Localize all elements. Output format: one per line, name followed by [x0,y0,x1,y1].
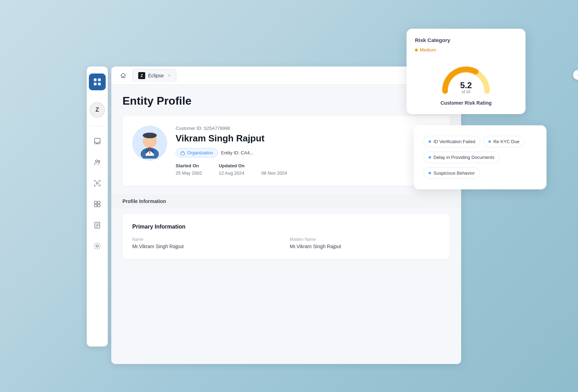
sidebar-expand-button[interactable]: › [573,70,578,80]
svg-point-6 [98,161,100,162]
name-label: Name [132,237,283,242]
section-header-label: Profile Information [122,198,166,204]
svg-rect-8 [94,201,97,204]
flag-suspicious: Suspicious Behavior [423,167,480,179]
inbox-icon[interactable] [91,135,104,147]
app-logo[interactable] [89,74,106,90]
avatar[interactable]: Z [90,102,105,118]
risk-card-title: Risk Category [415,37,517,43]
risk-rating-label: Customer Risk Rating [415,100,517,106]
svg-rect-11 [98,204,100,207]
flag-suspicious-label: Suspicious Behavior [434,170,475,176]
svg-text:5.2: 5.2 [460,80,472,90]
grid-icon[interactable] [91,198,104,210]
svg-rect-10 [94,204,97,207]
entity-id: Entity ID: CA4... [221,150,254,155]
started-on-group: Started On 25 May 2002 [176,163,202,176]
third-date-label [261,163,287,168]
scan-icon[interactable] [91,177,104,189]
gauge-chart: 5.2 of 10 [438,59,494,94]
tab-eclipse[interactable]: Z Eclipse × [132,69,176,82]
svg-point-5 [96,160,98,162]
flag-delay-docs: Delay in Providing Documents [423,152,500,163]
profile-info-section: Profile Information [111,194,461,208]
svg-text:of 10: of 10 [462,90,470,94]
sidebar: Z [87,66,108,346]
svg-point-13 [96,245,98,247]
tab-close-button[interactable]: × [168,73,170,78]
customer-id-text: Customer ID: S25A778998 [176,126,440,131]
svg-point-7 [96,182,98,184]
flag-id-verification: ID Verification Failed [423,136,480,147]
third-date-value: 08 Nov 2024 [261,170,287,176]
gauge-container: 5.2 of 10 [415,59,517,94]
flags-list: ID Verification Failed Re KYC Due Delay … [422,134,538,181]
risk-medium-dot [415,49,418,51]
report-icon[interactable] [91,219,104,231]
maiden-name-value: Mr.Vikram Singh Rajput [290,244,341,249]
svg-rect-2 [94,83,97,85]
svg-rect-1 [98,78,101,81]
settings-icon[interactable] [91,240,104,252]
tab-logo: Z [138,72,145,79]
name-field: Name Mr.Vikram Singh Rajput [132,237,283,250]
started-on-value: 25 May 2002 [176,170,202,176]
flag-id-verification-label: ID Verification Failed [434,139,475,144]
info-grid: Name Mr.Vikram Singh Rajput Maiden Name … [132,237,440,250]
svg-rect-9 [98,201,100,204]
avatar [132,126,167,161]
risk-medium-label: Medium [420,47,436,52]
flag-re-kyc: Re KYC Due [483,136,524,147]
maiden-name-field: Maiden Name Mr.Vikram Singh Rajput [290,237,440,250]
updated-on-group: Updated On 12 Aug 2024 [219,163,245,176]
entity-name: Vikram Singh Rajput [176,133,440,144]
entity-card: Customer ID: S25A778998 Vikram Singh Raj… [122,116,450,186]
primary-info-title: Primary Information [132,224,440,230]
updated-on-value: 12 Aug 2024 [219,170,244,176]
updated-on-label: Updated On [219,163,245,168]
svg-rect-3 [98,83,101,85]
org-badge: Organization [176,148,218,158]
primary-info-card: Primary Information Name Mr.Vikram Singh… [122,214,450,259]
sidebar-divider [90,126,104,126]
flag-re-kyc-label: Re KYC Due [493,139,519,144]
svg-point-16 [143,133,157,138]
third-date-group: 08 Nov 2024 [261,163,287,176]
maiden-name-label: Maiden Name [290,237,440,242]
org-badge-label: Organization [187,150,213,155]
users-icon[interactable] [91,156,104,168]
svg-rect-0 [94,78,97,81]
flags-card: ID Verification Failed Re KYC Due Delay … [414,125,547,189]
name-value: Mr.Vikram Singh Rajput [132,244,184,249]
entity-badges: Organization Entity ID: CA4... [176,148,440,158]
started-on-label: Started On [176,163,202,168]
page-title: Entity Profile [122,94,450,107]
tab-label: Eclipse [148,73,164,78]
svg-rect-17 [181,152,184,155]
risk-medium-badge: Medium [415,47,517,52]
risk-category-card: Risk Category Medium 5.2 of 10 Customer … [407,29,526,114]
tab-home[interactable] [117,69,129,82]
entity-info: Customer ID: S25A778998 Vikram Singh Raj… [176,126,440,176]
entity-dates: Started On 25 May 2002 Updated On 12 Aug… [176,163,440,176]
flag-delay-docs-label: Delay in Providing Documents [434,155,494,160]
